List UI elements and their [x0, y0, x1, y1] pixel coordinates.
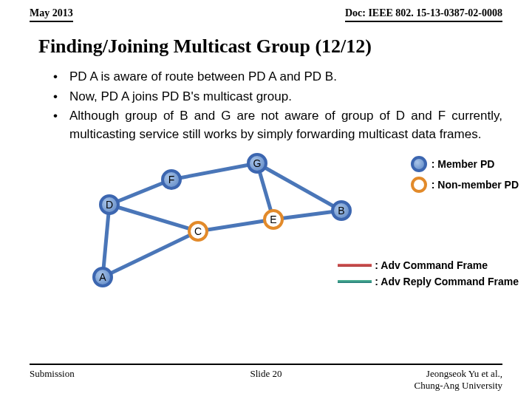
- legend-cmd: : Adv Command Frame: [338, 259, 519, 271]
- bullet-item: PD A is aware of route between PD A and …: [53, 68, 502, 86]
- svg-line-1: [103, 231, 198, 277]
- footer: Submission Slide 20 Jeongseok Yu et al.,…: [0, 364, 532, 392]
- svg-line-0: [103, 205, 109, 277]
- header-doc: Doc: IEEE 802. 15-13-0387-02-0008: [345, 7, 502, 22]
- node-e: E: [263, 209, 284, 230]
- node-b: B: [331, 200, 352, 221]
- footer-affil: Chung-Ang University: [414, 380, 502, 391]
- member-pd-icon: [411, 156, 427, 172]
- cmd-line-icon: [338, 264, 372, 267]
- node-d: D: [99, 194, 120, 215]
- reply-line-icon: [338, 280, 372, 283]
- footer-attribution: Jeongseok Yu et al., Chung-Ang Universit…: [414, 368, 502, 392]
- svg-line-5: [198, 219, 273, 231]
- legend-member: : Member PD: [411, 156, 519, 172]
- nonmember-pd-icon: [411, 177, 427, 193]
- legend-reply: : Adv Reply Command Frame: [338, 276, 519, 287]
- legend-nonmember: : Non-member PD: [411, 177, 519, 193]
- footer-author: Jeongseok Yu et al.,: [426, 368, 502, 379]
- legend-member-label: : Member PD: [432, 158, 495, 170]
- legend-nonmember-label: : Non-member PD: [432, 179, 519, 191]
- node-a: A: [92, 267, 113, 287]
- legend-cmd-label: : Adv Command Frame: [375, 259, 488, 271]
- svg-line-4: [171, 163, 257, 180]
- node-c: C: [188, 221, 208, 242]
- header-date: May 2013: [30, 7, 73, 22]
- node-f: F: [161, 169, 182, 190]
- bullet-item: Although group of B and G are not aware …: [53, 107, 502, 143]
- footer-slide: Slide 20: [250, 368, 282, 380]
- bullet-item: Now, PD A joins PD B's multicast group.: [53, 88, 502, 106]
- network-diagram: A D F C G E B : Member PD : Non-member P…: [0, 150, 532, 305]
- legend-reply-label: : Adv Reply Command Frame: [375, 276, 519, 287]
- bullet-list: PD A is aware of route between PD A and …: [0, 68, 532, 144]
- node-g: G: [247, 153, 267, 174]
- page-title: Finding/Joining Multicast Group (12/12): [0, 22, 532, 68]
- footer-left: Submission: [30, 368, 75, 392]
- svg-line-3: [109, 205, 198, 231]
